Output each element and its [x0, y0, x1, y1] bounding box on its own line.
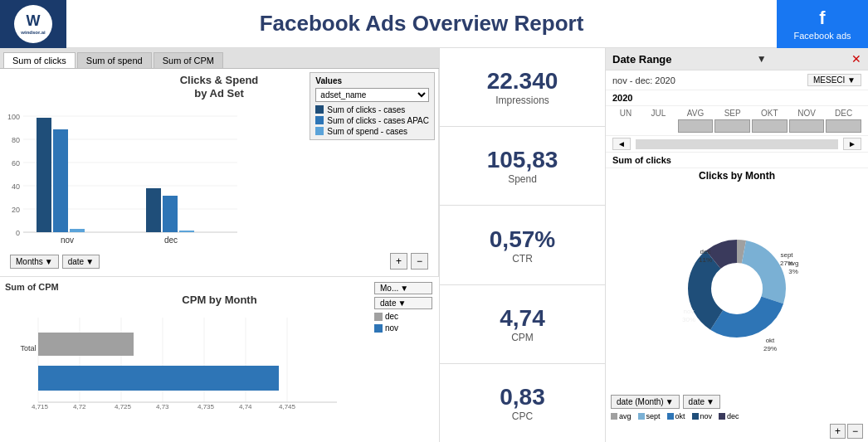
- svg-text:dec: dec: [700, 248, 711, 255]
- values-box: Values adset_name Sum of clicks - cases …: [310, 72, 435, 140]
- svg-text:dec: dec: [164, 236, 178, 245]
- svg-rect-36: [38, 366, 279, 391]
- svg-rect-16: [163, 196, 178, 232]
- plus-btn[interactable]: +: [390, 253, 407, 270]
- cal-next-btn[interactable]: ►: [843, 138, 861, 150]
- svg-text:11%: 11%: [699, 256, 712, 264]
- cal-header-sep: SEP: [714, 109, 750, 118]
- cal-nav: ◄ ►: [606, 136, 868, 153]
- page-title: Facebook Ads Overview Report: [260, 11, 584, 36]
- chart-controls: Months ▼ date ▼ + −: [5, 251, 433, 271]
- kpi-cpm-value: 4,74: [500, 305, 545, 332]
- svg-rect-12: [37, 118, 51, 232]
- svg-rect-35: [38, 333, 134, 356]
- cal-cell-avg[interactable]: [678, 119, 714, 133]
- close-icon[interactable]: ✕: [851, 52, 861, 66]
- main-layout: Sum of clicks Sum of spend Sum of CPM Cl…: [0, 48, 868, 442]
- months-filter-icon: ▼: [45, 257, 53, 266]
- clicks-spend-chart: Clicks & Spend by Ad Set Values adset_na…: [0, 69, 439, 277]
- cpm-date-btn[interactable]: date ▼: [374, 297, 432, 309]
- legend-dec: dec: [719, 412, 739, 420]
- svg-text:4,715: 4,715: [32, 403, 49, 410]
- cal-header-nov: NOV: [789, 109, 825, 118]
- cal-cell-sep[interactable]: [714, 119, 750, 133]
- cal-cell-dec[interactable]: [826, 119, 861, 133]
- date-range-title: Date Range: [612, 53, 672, 66]
- cal-prev-btn[interactable]: ◄: [612, 138, 631, 150]
- logo-w: W: [27, 12, 41, 30]
- right-bottom-btns: + −: [611, 422, 863, 440]
- legend-sept: sept: [638, 412, 661, 420]
- svg-text:20: 20: [12, 206, 20, 214]
- date-period-row: nov - dec: 2020 MESECI ▼: [606, 70, 868, 90]
- donut-chart-container: avg 3% sept 27% okt 29% nov 30% dec 11%: [611, 183, 863, 393]
- header: W windsor.ai Facebook Ads Overview Repor…: [0, 0, 868, 48]
- cpm-title: CPM by Month: [5, 294, 434, 306]
- cpm-month-btn[interactable]: Mo... ▼: [374, 282, 432, 294]
- svg-rect-17: [179, 231, 194, 232]
- cpm-month-icon: ▼: [400, 284, 408, 293]
- kpi-ctr: 0,57% CTR: [440, 206, 605, 284]
- cal-row-label: [612, 119, 639, 133]
- right-plus-btn[interactable]: +: [830, 424, 846, 439]
- svg-text:4,735: 4,735: [197, 403, 215, 410]
- svg-text:nov: nov: [61, 236, 74, 245]
- svg-text:30%: 30%: [682, 316, 695, 323]
- meseci-button[interactable]: MESECI ▼: [807, 74, 861, 86]
- logo-brand: windsor.ai: [21, 30, 45, 35]
- filter-icon: ▼: [757, 53, 767, 65]
- adset-name-select[interactable]: adset_name: [315, 88, 429, 102]
- kpi-cpm: 4,74 CPM: [440, 285, 605, 364]
- bar-chart-svg: 100 80 60 40 20 0: [5, 106, 237, 247]
- kpi-cpc-label: CPC: [512, 410, 533, 422]
- date-btn2[interactable]: date ▼: [683, 395, 720, 409]
- svg-text:27%: 27%: [780, 260, 793, 267]
- svg-text:Total: Total: [20, 344, 36, 352]
- donut-bottom-controls: date (Month) ▼ date ▼: [611, 393, 863, 410]
- kpi-impressions: 22.340 Impressions: [440, 48, 605, 127]
- kpi-panel: 22.340 Impressions 105,83 Spend 0,57% CT…: [440, 48, 606, 442]
- cpm-sum-label: Sum of CPM: [5, 282, 434, 292]
- date-month-icon: ▼: [666, 397, 674, 406]
- cpm-legend-nov: nov: [374, 323, 432, 333]
- cal-header-un: UN: [612, 109, 639, 118]
- right-minus-btn[interactable]: −: [847, 424, 863, 439]
- months-filter-btn[interactable]: Months ▼: [10, 255, 59, 269]
- cal-cell-nov[interactable]: [789, 119, 825, 133]
- kpi-spend-label: Spend: [508, 173, 537, 185]
- sum-clicks-label: Sum of clicks: [606, 153, 868, 168]
- svg-text:4,725: 4,725: [115, 403, 132, 410]
- tab-sum-spend[interactable]: Sum of spend: [77, 52, 152, 68]
- svg-text:sept: sept: [780, 251, 793, 259]
- cpm-date-icon: ▼: [397, 299, 406, 308]
- legend-nov: nov: [692, 412, 713, 420]
- donut-title: Clicks by Month: [611, 170, 863, 182]
- svg-text:nov: nov: [684, 308, 695, 315]
- tab-sum-cpm[interactable]: Sum of CPM: [154, 52, 223, 68]
- svg-text:80: 80: [12, 136, 20, 144]
- svg-text:okt: okt: [766, 337, 775, 344]
- cpm-bar-chart: Total 4,715 4,72 4,725 4,73 4,735 4,74 4…: [5, 309, 354, 417]
- tab-sum-clicks[interactable]: Sum of clicks: [3, 52, 76, 68]
- minus-btn[interactable]: −: [411, 253, 428, 270]
- top-charts-row: Clicks & Spend by Ad Set Values adset_na…: [0, 69, 439, 278]
- cal-cell-okt[interactable]: [752, 119, 788, 133]
- svg-text:60: 60: [12, 159, 20, 168]
- date-month-btn[interactable]: date (Month) ▼: [611, 395, 680, 409]
- kpi-impressions-value: 22.340: [487, 68, 558, 95]
- cal-cell-jul[interactable]: [641, 119, 676, 133]
- date-filter-icon: ▼: [85, 257, 94, 266]
- cal-header-dec: DEC: [826, 109, 861, 118]
- donut-svg: avg 3% sept 27% okt 29% nov 30% dec 11%: [662, 222, 812, 355]
- cpm-controls: Mo... ▼ date ▼ dec nov: [374, 282, 432, 333]
- kpi-impressions-label: Impressions: [495, 95, 549, 106]
- date-filter-btn[interactable]: date ▼: [62, 255, 100, 269]
- fb-icon: f: [819, 7, 825, 29]
- svg-rect-13: [53, 129, 68, 232]
- date-icon2: ▼: [706, 397, 714, 406]
- kpi-ctr-label: CTR: [512, 253, 533, 265]
- kpi-ctr-value: 0,57%: [490, 226, 555, 253]
- legend-okt: okt: [667, 412, 685, 420]
- header-title-area: Facebook Ads Overview Report: [66, 11, 777, 36]
- svg-text:0: 0: [16, 229, 20, 237]
